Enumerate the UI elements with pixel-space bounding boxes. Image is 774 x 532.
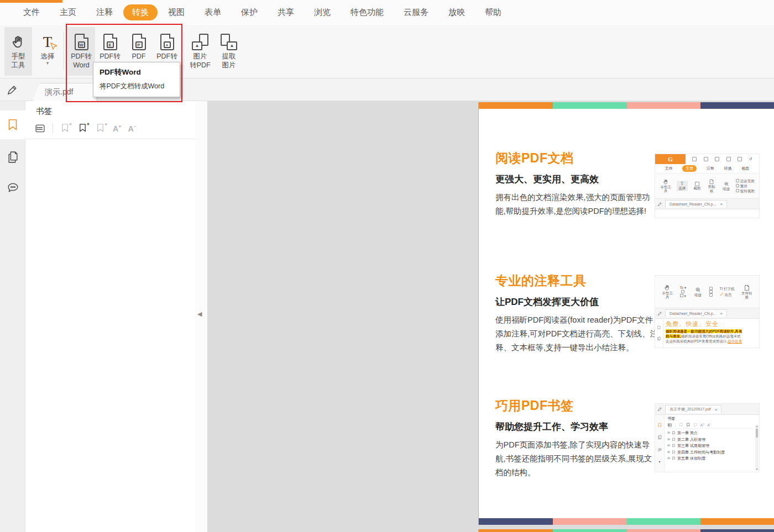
pdf-to-word-label-2: Word (73, 61, 90, 70)
pdf-to-excel-icon: E (103, 32, 117, 52)
mini-doc-tab: 员工手册_20120917.pdf (670, 407, 711, 412)
pdf-to-excel-label: PDF转 (100, 52, 121, 61)
menu-tab-view[interactable]: 视图 (159, 4, 194, 20)
section-body: 使用福昕PDF阅读器(foxit reader)为PDF文件添加注释,可对PDF… (495, 313, 658, 355)
extract-image-icon: ▲ (221, 32, 237, 52)
mini-zoom-tool: 缩放 (693, 287, 703, 297)
page-bottom-color-bars (479, 518, 774, 525)
comment-icon (6, 181, 20, 195)
mini-bookmark-item: ⊞第三章 试用期管理 (667, 443, 754, 449)
toolbar-divider (64, 31, 64, 70)
select-tool-label: 选择 (41, 52, 55, 61)
menu-tab-browse[interactable]: 浏览 (305, 4, 340, 20)
screenshot-thumb-bookmarks: 员工手册_20120917.pdf × ▾ 书签 | (655, 403, 760, 472)
pages-icon (6, 150, 20, 164)
mini-highlighted-text: 福昕阅读器是一款功能强大的PDF阅读软件,具有 (666, 329, 742, 333)
pdf-to-word-icon: W (75, 32, 88, 52)
delete-bookmark-button[interactable]: × (60, 123, 71, 134)
pdf-to-image-label: PDF转 (156, 52, 177, 61)
mini-pencil-icon (657, 311, 662, 316)
mini-snapshot-tool: 截图 (692, 182, 702, 191)
hand-icon (11, 32, 26, 52)
image-to-pdf-icon: ▲ (192, 32, 208, 52)
page-top-color-bars (479, 529, 774, 532)
mini-file-convert: 文件转换 (741, 285, 752, 299)
document-area[interactable]: 阅读PDF文档 更强大、更实用、更高效 拥有出色的文档渲染效果,强大的页面管理功… (207, 101, 774, 532)
section-subtitle: 更强大、更实用、更高效 (495, 173, 658, 186)
mini-close-icon: × (715, 407, 718, 412)
image-to-pdf-button[interactable]: ▲ 图片 转PDF (186, 27, 214, 76)
mini-doc-tab: Datasheet_Reader_CN.p... (670, 202, 716, 206)
mini-menu-home: 主页 (682, 165, 697, 172)
document-tab[interactable]: 演示.pdf (32, 83, 97, 101)
menu-tab-features[interactable]: 特色功能 (341, 4, 393, 20)
menu-tab-convert[interactable]: 转换 (123, 4, 158, 20)
mini-hand-tool: 手型工具 (662, 285, 673, 299)
section-title: 巧用PDF书签 (495, 397, 658, 414)
mini-typewriter-highlight: TI 打字机 高亮 (720, 286, 735, 298)
menu-tab-comment[interactable]: 注释 (87, 4, 122, 20)
bookmark-list-options-button[interactable] (34, 123, 46, 134)
mini-page-tools (709, 287, 713, 297)
mini-clipboard-tool: 剪贴板 (707, 179, 717, 193)
menu-tab-form[interactable]: 表单 (195, 4, 231, 20)
rail-comments-button[interactable] (0, 173, 25, 202)
menu-tab-help[interactable]: 帮助 (475, 4, 511, 20)
panel-collapse-strip: ◀ (195, 101, 207, 532)
expand-all-bookmarks-button[interactable]: A+ (113, 124, 121, 133)
mini-print-icon (715, 157, 719, 161)
mini-bookmark-item: ⊞第二章 入职管理 (667, 436, 754, 443)
extract-image-button[interactable]: ▲ 提取 图片 (215, 27, 243, 76)
image-to-pdf-label-1: 图片 (194, 52, 207, 61)
tooltip-description: 将PDF文档转成Word (100, 82, 174, 91)
close-icon: × (69, 122, 72, 127)
mini-tab-row: Datasheet_Reader_CN.p... × (655, 308, 759, 319)
menu-tab-slideshow[interactable]: 放映 (439, 4, 474, 20)
bookmark-icon (6, 118, 20, 132)
bookmark-more-button[interactable]: ▾ (95, 123, 106, 134)
mini-page-content: 免费、快速、安全 福昕阅读器是一款功能强大的PDF阅读软件,具有 档与表单,福昕… (663, 319, 759, 347)
hand-tool-button[interactable]: 手型 工具 (4, 27, 32, 76)
pdf-page: 阅读PDF文档 更强大、更实用、更高效 拥有出色的文档渲染效果,强大的页面管理功… (478, 102, 774, 525)
mini-highlighted-text: 档与表单, (666, 334, 681, 338)
mini-close-icon: × (720, 202, 723, 207)
section-annotation: 专业的注释工具 让PDF文档发挥更大价值 使用福昕PDF阅读器(foxit re… (495, 272, 658, 355)
collapse-all-bookmarks-button[interactable]: A− (128, 124, 136, 133)
menu-tab-share[interactable]: 共享 (268, 4, 304, 20)
tooltip-title: PDF转Word (100, 67, 174, 77)
rail-bookmarks-button[interactable] (0, 110, 25, 139)
mini-pencil-icon (657, 202, 662, 207)
mini-bookmark-panel: 书签 | A+ A− ⊞第一章 简介 ⊞第二章 入职管理 ⊞第三章 试用期管理 (665, 415, 759, 472)
select-tool-button[interactable]: T 选择 ▾ (34, 27, 61, 76)
menu-tab-file[interactable]: 文件 (14, 4, 49, 20)
foxit-logo: G (655, 154, 686, 164)
mini-text: 福昕阅读器采用Office风格的选项卡式 (681, 334, 741, 338)
mini-close-icon: × (720, 311, 723, 316)
mini-doc-tab: Datasheet_Reader_CN.p... (670, 312, 716, 315)
collapse-panel-arrow[interactable]: ◀ (197, 310, 202, 318)
mini-rail: ▾ (655, 415, 665, 472)
mini-doc-icon (738, 157, 742, 161)
rail-pages-button[interactable] (0, 143, 25, 171)
menu-tab-protect[interactable]: 保护 (232, 4, 267, 20)
hand-tool-label-2: 工具 (12, 61, 25, 70)
pdf-to-ppt-icon: P (132, 32, 146, 52)
mini-zoom-tool: 缩放 (721, 181, 731, 191)
mini-save-icon (704, 157, 708, 161)
pdf-to-word-button[interactable]: W PDF转 Word (67, 27, 95, 76)
mini-menu-file: 文件 (665, 166, 673, 171)
menu-tab-cloud[interactable]: 云服务 (394, 4, 438, 20)
screenshot-thumb-reader: G ↺ 文件 主页 注释 转换 视图 (655, 154, 760, 218)
mini-tab-row: Datasheet_Reader_CN.p... × (655, 198, 759, 209)
mini-pencil-icon (657, 407, 662, 412)
menu-tab-home[interactable]: 主页 (50, 4, 86, 20)
add-bookmark-button[interactable]: + (77, 123, 88, 134)
mini-view-tools: 适合页面 重排 旋转视图 (736, 178, 755, 193)
mini-bookmark-item: ⊞第五章 休假制度 (667, 455, 754, 462)
hand-tool-label-1: 手型 (12, 52, 25, 61)
annotate-pencil-icon[interactable] (6, 84, 18, 96)
mini-select-tool: T 选择 (677, 181, 688, 191)
toolbar-divider (184, 31, 184, 70)
pdf-to-word-label-1: PDF转 (71, 52, 92, 61)
mini-menu-convert: 转换 (724, 166, 732, 171)
